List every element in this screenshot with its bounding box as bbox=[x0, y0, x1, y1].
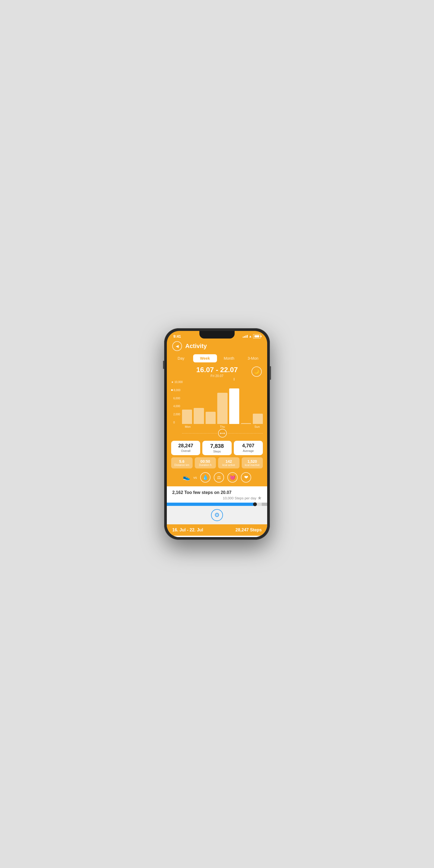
x-label-thu: Thu bbox=[217, 425, 228, 428]
y-label-6000: 6,000 bbox=[173, 397, 180, 400]
weight-button[interactable]: ⚖ bbox=[214, 472, 224, 483]
message-sub: 10,000 Steps per day ★ bbox=[172, 495, 262, 501]
tab-week[interactable]: Week bbox=[193, 354, 217, 362]
tab-3mon[interactable]: 3-Mon bbox=[241, 354, 265, 362]
signal-icon bbox=[243, 335, 248, 338]
kcal-active-label: kcal active bbox=[220, 464, 238, 467]
progress-bar bbox=[167, 503, 267, 506]
back-button[interactable]: ◀ bbox=[172, 341, 182, 351]
settings-button[interactable]: ⚙ bbox=[211, 509, 223, 521]
chart-grid: ★10,000 8,000 6,000 4,000 2,000 0 bbox=[171, 380, 263, 424]
footer-banner: 16. Jul - 22. Jul 28,247 Steps bbox=[167, 524, 267, 536]
message-row: 2,162 Too few steps on 20.07 10,000 Step… bbox=[167, 486, 267, 503]
moon-icon: 🌙 bbox=[254, 369, 259, 374]
bar-mon bbox=[182, 380, 192, 424]
heart-button[interactable]: ❤ bbox=[241, 472, 251, 483]
bottom-section: 2,162 Too few steps on 20.07 10,000 Step… bbox=[167, 486, 267, 537]
x-label-mon: Mon bbox=[182, 425, 194, 428]
tab-month[interactable]: Month bbox=[217, 354, 241, 362]
stats-section: 28,247 Overall 7,838 Steps 4,707 Average… bbox=[167, 439, 267, 486]
date-sub: Fri 20.07 bbox=[167, 374, 267, 378]
bar-chart bbox=[182, 380, 263, 424]
heartrate-icon: 💓 bbox=[229, 474, 236, 480]
shoe-icon[interactable]: 👟 bbox=[183, 474, 190, 481]
list-row[interactable]: 21.07 2,474 bbox=[167, 536, 267, 537]
y-label-8000: 8,000 bbox=[174, 389, 180, 392]
stat-steps: 7,838 Steps bbox=[203, 441, 231, 455]
star-icon[interactable]: ★ bbox=[257, 495, 262, 501]
footer-date: 16. Jul - 22. Jul bbox=[172, 528, 203, 532]
page-title: Activity bbox=[185, 343, 207, 350]
settings-area: ⚙ bbox=[167, 506, 267, 524]
kcal-inactive-value: 1,520 bbox=[243, 459, 261, 464]
water-icon: 💧 bbox=[203, 474, 208, 480]
bar-tue bbox=[194, 380, 204, 424]
stats-main-row: 28,247 Overall 7,838 Steps 4,707 Average bbox=[171, 441, 263, 455]
bar-wed bbox=[206, 380, 216, 424]
stat-kcal-inactive: 1,520 kcal inactive bbox=[242, 457, 263, 468]
bar-sat bbox=[241, 380, 251, 424]
message-sub-text: 10,000 Steps per day bbox=[223, 496, 256, 500]
progress-dot bbox=[253, 502, 257, 506]
distance-label: Distance km bbox=[173, 464, 191, 467]
heartrate-button[interactable]: 💓 bbox=[227, 472, 238, 483]
y-label-10000: 10,000 bbox=[175, 380, 183, 383]
duration-value: 00:50 bbox=[196, 459, 215, 464]
progress-marker bbox=[262, 503, 267, 506]
y-label-4000: 4,000 bbox=[173, 405, 180, 408]
water-button[interactable]: 💧 bbox=[200, 472, 211, 483]
distance-value: 5.6 bbox=[173, 459, 191, 464]
stat-duration: 00:50 Duration h bbox=[195, 457, 216, 468]
x-label-sun: Sun bbox=[251, 425, 263, 428]
bar-sun bbox=[253, 380, 263, 424]
steps-label: Steps bbox=[205, 450, 229, 453]
kcal-inactive-label: kcal inactive bbox=[243, 464, 261, 467]
chart-area: ★10,000 8,000 6,000 4,000 2,000 0 bbox=[167, 378, 267, 439]
status-time: 9:41 bbox=[173, 334, 181, 339]
bar-thu bbox=[217, 380, 227, 424]
x-axis: Mon Thu Sun bbox=[182, 424, 263, 428]
stat-average: 4,707 Average bbox=[234, 441, 263, 455]
y-label-2000: 2,000 bbox=[173, 413, 180, 416]
average-value: 4,707 bbox=[237, 443, 260, 448]
date-section: 16.07 - 22.07 Fri 20.07 🌙 bbox=[167, 365, 267, 378]
icons-row: 👟 vs 💧 ⚖ 💓 ❤ bbox=[171, 471, 263, 485]
stat-overall: 28,247 Overall bbox=[171, 441, 200, 455]
back-icon: ◀ bbox=[176, 344, 179, 348]
tab-bar: Day Week Month 3-Mon bbox=[167, 354, 267, 365]
stat-kcal-active: 142 kcal active bbox=[218, 457, 240, 468]
bar-fri bbox=[229, 380, 239, 424]
wifi-icon: ▲ bbox=[249, 335, 252, 338]
battery-icon bbox=[253, 334, 261, 339]
moon-button[interactable]: 🌙 bbox=[251, 367, 262, 377]
kcal-active-value: 142 bbox=[220, 459, 238, 464]
overall-value: 28,247 bbox=[174, 443, 197, 448]
y-label-0: 0 bbox=[173, 421, 175, 424]
scroll-indicator[interactable]: ⟺ bbox=[218, 429, 227, 437]
status-icons: ▲ bbox=[243, 334, 261, 339]
weight-icon: ⚖ bbox=[217, 475, 221, 480]
vs-label: vs bbox=[193, 475, 197, 479]
progress-fill bbox=[167, 503, 255, 506]
gear-icon: ⚙ bbox=[214, 512, 220, 519]
duration-label: Duration h bbox=[196, 464, 215, 467]
steps-value: 7,838 bbox=[205, 443, 229, 449]
heart-icon: ❤ bbox=[244, 474, 248, 480]
stat-distance: 5.6 Distance km bbox=[171, 457, 193, 468]
footer-steps: 28,247 Steps bbox=[236, 528, 262, 532]
header: ◀ Activity bbox=[167, 340, 267, 354]
overall-label: Overall bbox=[174, 449, 197, 453]
tab-day[interactable]: Day bbox=[169, 354, 193, 362]
stats-sub-row: 5.6 Distance km 00:50 Duration h 142 kca… bbox=[171, 457, 263, 468]
message-text: 2,162 Too few steps on 20.07 bbox=[172, 490, 262, 495]
y-axis: ★10,000 8,000 6,000 4,000 2,000 0 bbox=[171, 380, 182, 424]
average-label: Average bbox=[237, 449, 260, 453]
